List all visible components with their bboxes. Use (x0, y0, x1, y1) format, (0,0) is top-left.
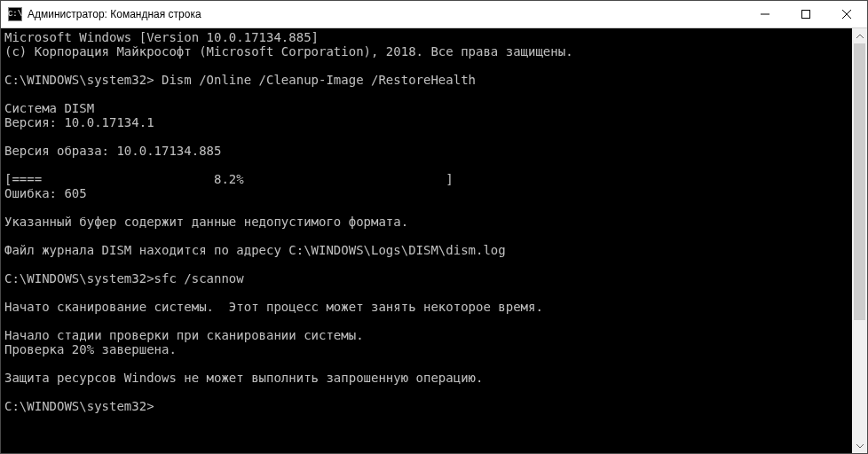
close-icon (842, 10, 851, 19)
console-line (4, 257, 848, 271)
maximize-button[interactable] (785, 1, 826, 27)
console-line: Начато сканирование системы. Этот процес… (4, 300, 848, 314)
maximize-icon (801, 10, 810, 19)
titlebar[interactable]: C:\ Администратор: Командная строка (1, 1, 867, 28)
scrollbar-thumb[interactable] (854, 43, 865, 320)
console-line: C:\WINDOWS\system32> Dism /Online /Clean… (4, 73, 848, 87)
window-title: Администратор: Командная строка (28, 8, 201, 20)
client-area: Microsoft Windows [Version 10.0.17134.88… (1, 28, 867, 453)
console-line (4, 200, 848, 215)
console-line (4, 385, 848, 399)
console-line (4, 158, 848, 172)
console-line: Указанный буфер содержит данные недопуст… (4, 215, 848, 229)
console-line: Ошибка: 605 (4, 186, 848, 200)
console-line (4, 286, 848, 300)
console-line: (c) Корпорация Майкрософт (Microsoft Cor… (4, 44, 848, 59)
console-line (4, 314, 848, 328)
console-line: Версия образа: 10.0.17134.885 (4, 144, 848, 158)
console-line: Защита ресурсов Windows не может выполни… (4, 371, 848, 385)
chevron-up-icon (856, 33, 864, 40)
console-line: C:\WINDOWS\system32>sfc /scannow (4, 271, 848, 286)
vertical-scrollbar[interactable] (852, 28, 867, 453)
minimize-icon (761, 10, 769, 19)
scroll-down-button[interactable] (852, 438, 867, 453)
cmd-icon: C:\ (8, 7, 22, 21)
console-line: Версия: 10.0.17134.1 (4, 115, 848, 129)
scroll-up-button[interactable] (852, 28, 867, 43)
console-line: Cистема DISM (4, 101, 848, 115)
svg-rect-1 (802, 11, 810, 19)
console-line: Проверка 20% завершена. (4, 342, 848, 356)
console-line: Microsoft Windows [Version 10.0.17134.88… (4, 30, 848, 44)
console-line (4, 59, 848, 73)
console-line: Файл журнала DISM находится по адресу C:… (4, 243, 848, 257)
close-button[interactable] (826, 1, 867, 27)
console-output[interactable]: Microsoft Windows [Version 10.0.17134.88… (1, 28, 852, 453)
console-line (4, 229, 848, 243)
scrollbar-track[interactable] (852, 43, 867, 438)
minimize-button[interactable] (745, 1, 785, 27)
cmd-window: C:\ Администратор: Командная строка Micr… (0, 0, 868, 454)
chevron-down-icon (856, 442, 864, 450)
console-line: [==== 8.2% ] (4, 172, 848, 186)
console-line: Начало стадии проверки при сканировании … (4, 328, 848, 342)
console-line (4, 356, 848, 371)
console-line: C:\WINDOWS\system32> (4, 399, 848, 413)
console-line (4, 129, 848, 144)
console-line (4, 87, 848, 101)
